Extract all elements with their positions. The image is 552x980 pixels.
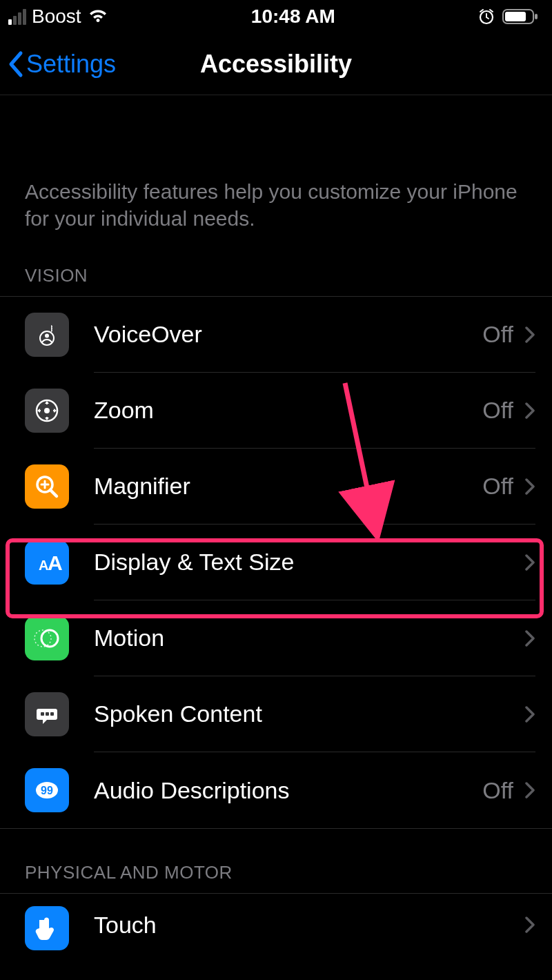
page-title: Accessibility (200, 50, 352, 79)
row-magnifier[interactable]: Magnifier Off (0, 449, 552, 525)
audio-descriptions-icon: 99 (25, 768, 69, 812)
intro-text: Accessibility features help you customiz… (0, 95, 552, 232)
row-label: Spoken Content (94, 700, 513, 727)
row-label: VoiceOver (94, 321, 482, 348)
content[interactable]: Accessibility features help you customiz… (0, 95, 552, 943)
row-label: Audio Descriptions (94, 777, 482, 804)
chevron-right-icon (524, 326, 535, 344)
back-button[interactable]: Settings (7, 50, 116, 79)
back-label: Settings (26, 50, 116, 79)
signal-icon (8, 9, 26, 25)
voiceover-icon (25, 313, 69, 357)
row-voiceover[interactable]: VoiceOver Off (0, 297, 552, 373)
motion-icon (25, 616, 69, 660)
row-value: Off (482, 473, 513, 500)
wifi-icon (87, 8, 109, 25)
svg-point-11 (41, 630, 58, 647)
nav-bar: Settings Accessibility (0, 33, 552, 95)
chevron-left-icon (7, 50, 26, 78)
magnifier-icon (25, 464, 69, 509)
row-spoken-content[interactable]: Spoken Content (0, 676, 552, 752)
row-value: Off (482, 321, 513, 348)
alarm-icon (477, 8, 495, 26)
physical-list: Touch (0, 893, 552, 943)
row-value: Off (482, 397, 513, 424)
row-zoom[interactable]: Zoom Off (0, 373, 552, 449)
svg-rect-13 (41, 712, 44, 716)
chevron-right-icon (524, 781, 535, 799)
svg-rect-15 (50, 712, 54, 716)
status-right (477, 8, 538, 26)
row-label: Magnifier (94, 473, 482, 500)
vision-list: VoiceOver Off Zoom Off Magnifier Off (0, 296, 552, 829)
svg-point-7 (44, 408, 50, 413)
status-left: Boost (8, 6, 109, 28)
row-label: Touch (94, 912, 513, 939)
svg-rect-14 (46, 712, 49, 716)
row-touch[interactable]: Touch (0, 894, 552, 943)
svg-point-4 (40, 331, 54, 345)
row-motion[interactable]: Motion (0, 600, 552, 676)
section-header-vision: VISION (0, 232, 552, 296)
row-label: Display & Text Size (94, 549, 513, 576)
chevron-right-icon (524, 916, 535, 934)
spoken-content-icon (25, 692, 69, 736)
chevron-right-icon (524, 402, 535, 420)
svg-rect-3 (535, 14, 538, 19)
row-value: Off (482, 777, 513, 804)
row-label: Motion (94, 625, 513, 651)
row-display-text-size[interactable]: AA Display & Text Size (0, 525, 552, 600)
svg-rect-2 (505, 12, 526, 21)
chevron-right-icon (524, 629, 535, 647)
chevron-right-icon (524, 705, 535, 723)
svg-text:A: A (48, 551, 63, 574)
row-audio-descriptions[interactable]: 99 Audio Descriptions Off (0, 752, 552, 828)
zoom-icon (25, 389, 69, 433)
clock: 10:48 AM (251, 6, 335, 28)
carrier-label: Boost (32, 6, 81, 28)
svg-text:99: 99 (41, 785, 53, 796)
text-size-icon: AA (25, 540, 69, 585)
touch-icon (25, 906, 69, 950)
svg-point-5 (45, 334, 49, 338)
chevron-right-icon (524, 478, 535, 496)
chevron-right-icon (524, 553, 535, 571)
section-header-physical: PHYSICAL AND MOTOR (0, 829, 552, 893)
battery-icon (502, 8, 538, 26)
status-bar: Boost 10:48 AM (0, 0, 552, 33)
row-label: Zoom (94, 397, 482, 424)
